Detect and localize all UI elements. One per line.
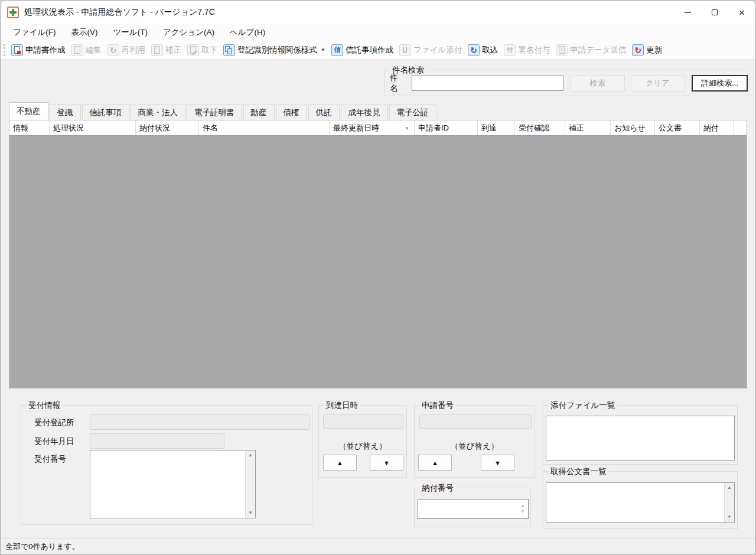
advanced-search-button[interactable]: 詳細検索... — [692, 75, 748, 92]
reception-number-list[interactable]: ▲ ▼ — [90, 450, 256, 518]
column-header[interactable]: 到達 — [478, 120, 515, 135]
subject-label: 件名 — [390, 73, 406, 94]
toolbar-button-label: 申請書作成 — [25, 45, 66, 56]
reception-number-label: 受付番号 — [34, 454, 66, 465]
obtained-documents-scrollbar[interactable]: ▲ ▼ — [724, 483, 734, 522]
registration-forms-icon — [223, 44, 235, 56]
menu-item[interactable]: ファイル(F) — [5, 25, 64, 40]
minimize-button[interactable] — [674, 1, 701, 24]
menu-item[interactable]: 表示(V) — [64, 25, 106, 40]
toolbar-button-refresh[interactable]: ↻更新 — [629, 43, 665, 57]
withdraw-icon — [187, 44, 199, 56]
toolbar-button-trust[interactable]: 信信託事項作成 — [328, 43, 396, 57]
subject-search-group: 件名検索 件名 検索 クリア 詳細検索... — [384, 70, 748, 96]
column-header-label: 申請者ID — [418, 123, 449, 133]
scroll-down-icon[interactable]: ▼ — [727, 512, 732, 522]
column-header[interactable]: 納付状況 — [136, 120, 199, 135]
toolbar-button-edit: 編集 — [69, 43, 105, 57]
send-data-icon: ↑ — [556, 44, 568, 56]
column-header-label: 納付状況 — [139, 123, 170, 133]
column-header[interactable]: 件名 — [199, 120, 330, 135]
trust-icon: 信 — [331, 44, 343, 56]
application-number-group: 申請番号 （並び替え） ▲ ▼ — [414, 405, 535, 478]
sign-icon: 付 — [504, 44, 516, 56]
column-header-label: 件名 — [203, 123, 218, 133]
toolbar-gripper[interactable] — [4, 44, 5, 56]
toolbar-button-new-application[interactable]: 申請書作成 — [8, 43, 69, 57]
column-header[interactable]: 受付確認 — [515, 120, 565, 135]
column-header[interactable]: 最終更新日時▼ — [330, 120, 415, 135]
toolbar-button-withdraw: 取下 — [184, 43, 220, 57]
spinner-down-icon[interactable]: ▼ — [520, 510, 525, 514]
column-header[interactable]: 処理状況 — [50, 120, 136, 135]
toolbar-button-label: 申請データ送信 — [570, 45, 626, 56]
reception-number-scrollbar[interactable]: ▲ ▼ — [245, 450, 255, 518]
column-header[interactable]: 申請者ID — [415, 120, 478, 135]
column-header[interactable]: 公文書 — [655, 120, 700, 135]
attached-files-group: 添付ファイル一覧 — [543, 405, 738, 465]
scroll-up-icon[interactable]: ▲ — [727, 483, 732, 492]
menu-item[interactable]: ツール(T) — [106, 25, 155, 40]
toolbar-button-label: 信託事項作成 — [346, 45, 393, 56]
payment-number-input[interactable]: ▲ ▼ — [418, 499, 529, 519]
table-body-empty[interactable] — [9, 136, 747, 388]
tab-3[interactable]: 商業・法人 — [131, 105, 186, 120]
application-number-field — [419, 414, 532, 429]
attached-files-list[interactable] — [546, 416, 735, 461]
toolbar-button-label: 更新 — [646, 45, 662, 56]
minimize-icon — [685, 12, 691, 13]
correction-icon — [151, 44, 163, 56]
tab-8[interactable]: 成年後見 — [341, 105, 388, 120]
toolbar-button-label: 再利用 — [122, 45, 146, 56]
scroll-up-icon[interactable]: ▲ — [248, 450, 253, 460]
menu-item[interactable]: アクション(A) — [155, 25, 222, 40]
title-bar: 処理状況表示 - 申請用総合ソフト - バージョン7.7C × — [1, 1, 755, 24]
arrival-sort-down-button[interactable]: ▼ — [370, 455, 403, 471]
column-header[interactable]: 納付 — [700, 120, 734, 135]
tab-1[interactable]: 登識 — [50, 105, 81, 120]
tab-0[interactable]: 不動産 — [9, 102, 48, 120]
toolbar-button-label: 取下 — [201, 45, 217, 56]
payment-number-group-label: 納付番号 — [419, 483, 456, 494]
subject-search-input[interactable] — [412, 76, 563, 91]
toolbar-button-label: 取込 — [482, 45, 498, 56]
maximize-button[interactable] — [701, 1, 728, 24]
sort-indicator-icon: ▼ — [405, 126, 409, 131]
workspace: 件名検索 件名 検索 クリア 詳細検索... 不動産登識信託事項商業・法人電子証… — [1, 60, 755, 540]
toolbar-button-reuse: ↻再利用 — [105, 43, 149, 57]
arrival-sort-up-button[interactable]: ▲ — [323, 455, 357, 471]
column-header-label: 公文書 — [659, 123, 682, 133]
tab-7[interactable]: 供託 — [308, 105, 340, 120]
application-sort-up-button[interactable]: ▲ — [418, 455, 452, 471]
column-header-label: お知らせ — [614, 123, 646, 133]
toolbar-button-registration-forms[interactable]: 登記識別情報関係様式▼ — [220, 43, 328, 57]
tab-6[interactable]: 債権 — [276, 105, 307, 120]
tab-4[interactable]: 電子証明書 — [187, 105, 242, 120]
status-table: 情報処理状況納付状況件名最終更新日時▼申請者ID到達受付確認補正お知らせ公文書納… — [9, 120, 747, 389]
scroll-down-icon[interactable]: ▼ — [248, 508, 253, 518]
tab-2[interactable]: 信託事項 — [82, 105, 129, 120]
close-button[interactable]: × — [728, 1, 755, 24]
column-header[interactable]: 補正 — [565, 120, 611, 135]
payment-number-spinner[interactable]: ▲ ▼ — [518, 500, 527, 518]
column-header[interactable]: 情報 — [9, 120, 50, 135]
toolbar-button-label: 登記識別情報関係様式 — [237, 45, 317, 56]
obtained-documents-list[interactable]: ▲ ▼ — [546, 482, 735, 523]
import-icon: ↻ — [468, 44, 480, 56]
toolbar-button-label: 編集 — [86, 45, 102, 56]
column-header-label: 情報 — [13, 123, 28, 133]
toolbar-button-import[interactable]: ↻取込 — [465, 43, 501, 57]
toolbar-button-label: 補正 — [165, 45, 181, 56]
application-sort-down-button[interactable]: ▼ — [481, 455, 514, 471]
arrival-datetime-field — [323, 414, 403, 429]
close-icon: × — [739, 8, 745, 18]
menu-item[interactable]: ヘルプ(H) — [222, 25, 273, 40]
column-header[interactable]: お知らせ — [611, 120, 655, 135]
obtained-documents-group: 取得公文書一覧 ▲ ▼ — [543, 471, 738, 529]
column-header-label: 納付 — [703, 123, 719, 133]
spinner-up-icon[interactable]: ▲ — [520, 504, 525, 508]
tab-5[interactable]: 動産 — [243, 105, 275, 120]
tab-9[interactable]: 電子公証 — [389, 105, 436, 120]
search-button: 検索 — [571, 75, 625, 92]
reception-info-group: 受付情報 受付登記所 受付年月日 受付番号 ▲ ▼ — [21, 405, 312, 525]
